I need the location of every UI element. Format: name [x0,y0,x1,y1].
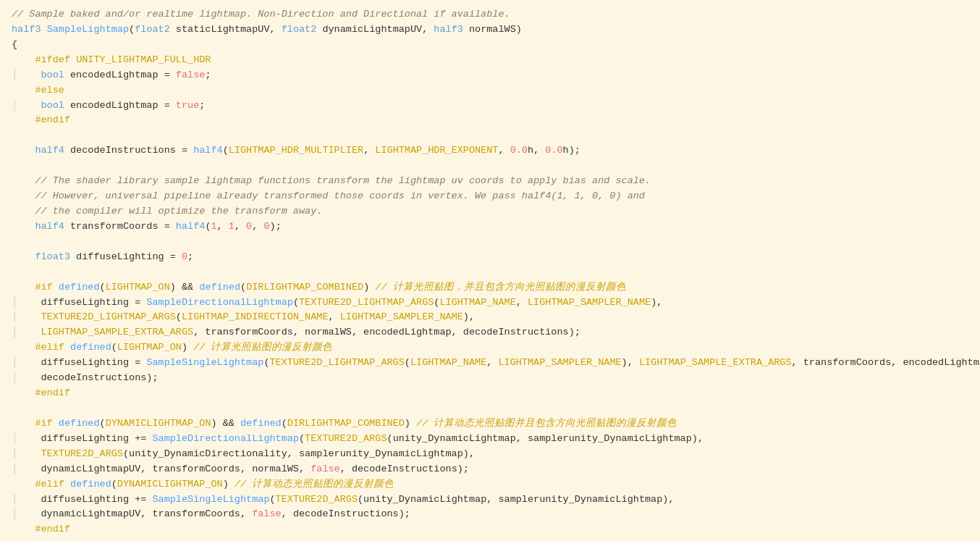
line-23: #if defined(DYNAMICLIGHTMAP_ON) && defin… [12,416,968,432]
line-18: │ LIGHTMAP_SAMPLE_EXTRA_ARGS, transformC… [12,325,968,340]
line-30: #endif [12,522,968,537]
line-20: │ diffuseLighting = SampleSingleLightmap… [12,356,968,371]
line-7: │ bool encodedLightmap = true; [12,98,968,114]
line-blank1 [12,128,968,143]
line-blank3 [12,235,968,250]
line-13: half4 transformCoords = half4(1, 1, 0, 0… [12,219,968,235]
line-2: half3 SampleLightmap(float2 staticLightm… [12,22,968,38]
line-9: half4 decodeInstructions = half4(LIGHTMA… [12,143,968,159]
line-28: │ diffuseLighting += SampleSingleLightma… [12,492,968,508]
line-1: // Sample baked and/or realtime lightmap… [12,7,968,22]
line-blank5 [12,401,968,416]
line-22: #endif [12,386,968,401]
line-17: │ TEXTURE2D_LIGHTMAP_ARGS(LIGHTMAP_INDIR… [12,310,968,325]
line-26: │ dynamicLightmapUV, transformCoords, no… [12,462,968,477]
line-6: #else [12,83,968,98]
line-15: #if defined(LIGHTMAP_ON) && defined(DIRL… [12,280,968,295]
line-3: { [12,38,968,53]
line-4: #ifdef UNITY_LIGHTMAP_FULL_HDR [12,53,968,68]
line-19: #elif defined(LIGHTMAP_ON) // 计算光照贴图的漫反射… [12,340,968,356]
line-21: │ decodeInstructions); [12,371,968,386]
line-blank2 [12,159,968,174]
line-25: │ TEXTURE2D_ARGS(unity_DynamicDirectiona… [12,447,968,462]
line-5: │ bool encodedLightmap = false; [12,68,968,83]
line-12: // the compiler will optimize the transf… [12,204,968,219]
line-blank4 [12,265,968,280]
line-16: │ diffuseLighting = SampleDirectionalLig… [12,295,968,311]
line-24: │ diffuseLighting += SampleDirectionalLi… [12,432,968,447]
line-8: #endif [12,113,968,128]
line-14: float3 diffuseLighting = 0; [12,250,968,265]
line-27: #elif defined(DYNAMICLIGHTMAP_ON) // 计算动… [12,477,968,492]
line-29: │ dynamicLightmapUV, transformCoords, fa… [12,507,968,522]
code-editor: // Sample baked and/or realtime lightmap… [0,0,980,541]
line-10: // The shader library sample lightmap fu… [12,174,968,189]
line-11: // However, universal pipeline already t… [12,189,968,204]
line-blank6 [12,537,968,541]
